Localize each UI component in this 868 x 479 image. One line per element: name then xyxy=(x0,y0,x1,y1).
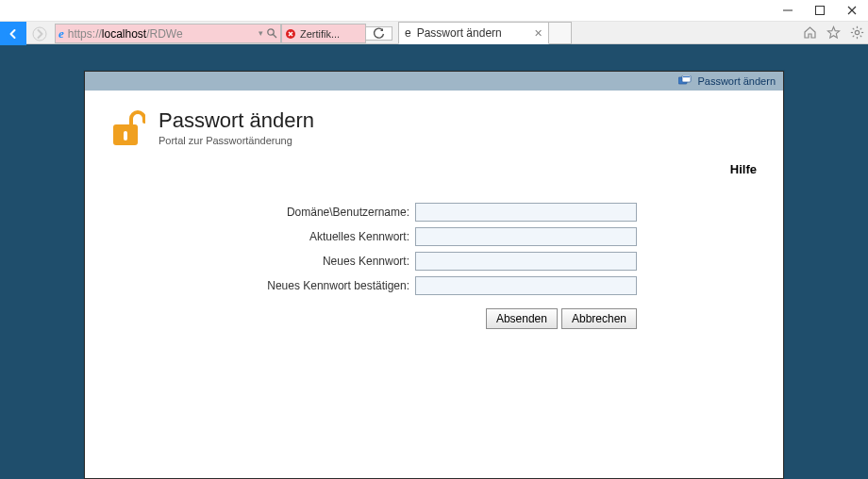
minimize-icon xyxy=(783,6,793,15)
page-title: Passwort ändern xyxy=(159,108,314,133)
form-buttons: Absenden Abbrechen xyxy=(231,308,637,329)
new-tab-button[interactable] xyxy=(549,22,572,44)
window-maximize-button[interactable] xyxy=(804,0,836,21)
input-confirm-password[interactable] xyxy=(415,276,637,295)
url-scheme: https:// xyxy=(68,27,102,41)
url-text: https://localhost/RDWe xyxy=(68,27,183,41)
security-status-box[interactable]: Zertifik... xyxy=(281,24,366,43)
address-bar-group: e https://localhost/RDWe ▾ Zertifik... xyxy=(55,23,392,44)
lock-open-icon xyxy=(108,107,145,147)
search-in-address-icon[interactable] xyxy=(266,27,277,39)
password-form: Domäne\Benutzername: Aktuelles Kennwort:… xyxy=(231,203,637,295)
refresh-icon xyxy=(373,27,385,40)
window-titlebar xyxy=(0,0,868,21)
heading-row: Passwort ändern Portal zur Passwortänder… xyxy=(108,107,760,147)
cert-error-icon xyxy=(285,28,296,40)
arrow-right-icon xyxy=(32,26,47,41)
input-username[interactable] xyxy=(415,203,637,222)
page-background: Passwort ändern Passwort ändern Portal z… xyxy=(0,44,868,479)
dropdown-chevron-icon[interactable]: ▾ xyxy=(259,28,263,38)
row-current-password: Aktuelles Kennwort: xyxy=(231,227,637,246)
svg-rect-18 xyxy=(683,76,690,77)
ie-favicon-icon: e xyxy=(405,26,411,40)
svg-line-13 xyxy=(860,36,862,38)
refresh-button[interactable] xyxy=(366,26,392,41)
row-new-password: Neues Kennwort: xyxy=(231,252,637,271)
arrow-left-icon xyxy=(6,26,21,41)
favorites-star-icon[interactable] xyxy=(826,25,841,40)
input-new-password[interactable] xyxy=(415,252,637,271)
svg-rect-1 xyxy=(816,7,825,15)
home-icon[interactable] xyxy=(803,25,817,40)
svg-line-12 xyxy=(853,28,855,30)
close-icon xyxy=(847,6,857,15)
window-minimize-button[interactable] xyxy=(772,0,804,21)
svg-point-3 xyxy=(33,27,46,41)
input-current-password[interactable] xyxy=(415,227,637,246)
tools-gear-icon[interactable] xyxy=(850,25,864,40)
tab-close-button[interactable]: ✕ xyxy=(534,27,542,40)
panel-header-bar: Passwort ändern xyxy=(85,72,783,91)
browser-tab-active[interactable]: e Passwort ändern ✕ xyxy=(398,22,549,44)
svg-line-14 xyxy=(860,28,862,30)
svg-rect-0 xyxy=(783,10,793,11)
window-close-button[interactable] xyxy=(836,0,868,21)
cert-error-label: Zertifik... xyxy=(300,28,340,40)
svg-point-2 xyxy=(7,26,21,41)
label-new-password: Neues Kennwort: xyxy=(231,255,415,268)
nav-back-button[interactable] xyxy=(0,22,26,45)
label-confirm-password: Neues Kennwort bestätigen: xyxy=(231,279,415,292)
page-subtitle: Portal zur Passwortänderung xyxy=(159,135,314,146)
url-path: /RDWe xyxy=(146,27,182,41)
svg-line-5 xyxy=(274,35,277,39)
label-current-password: Aktuelles Kennwort: xyxy=(231,230,415,243)
svg-point-7 xyxy=(855,30,859,34)
tab-strip: e Passwort ändern ✕ xyxy=(398,22,572,43)
browser-toolbar: e https://localhost/RDWe ▾ Zertifik... e… xyxy=(0,21,868,44)
panel-header-link[interactable]: Passwort ändern xyxy=(697,75,776,87)
url-host: localhost xyxy=(102,27,146,41)
help-link[interactable]: Hilfe xyxy=(108,162,757,176)
row-confirm-password: Neues Kennwort bestätigen: xyxy=(231,276,637,295)
cancel-button[interactable]: Abbrechen xyxy=(561,308,637,329)
svg-rect-20 xyxy=(124,131,127,140)
rdweb-icon xyxy=(678,75,692,87)
toolbar-right-icons xyxy=(803,22,868,43)
main-panel: Passwort ändern Passwort ändern Portal z… xyxy=(84,71,784,479)
svg-point-4 xyxy=(268,29,274,35)
heading-text-group: Passwort ändern Portal zur Passwortänder… xyxy=(159,108,314,146)
svg-line-15 xyxy=(853,36,855,38)
panel-body: Passwort ändern Portal zur Passwortänder… xyxy=(85,91,783,478)
address-bar[interactable]: e https://localhost/RDWe ▾ xyxy=(55,24,281,43)
nav-forward-button[interactable] xyxy=(26,22,53,45)
maximize-icon xyxy=(815,6,825,15)
label-username: Domäne\Benutzername: xyxy=(231,206,415,219)
row-username: Domäne\Benutzername: xyxy=(231,203,637,222)
tab-title: Passwort ändern xyxy=(417,26,502,40)
ie-logo-icon: e xyxy=(58,26,64,41)
browser-viewport: Passwort ändern Passwort ändern Portal z… xyxy=(0,44,868,479)
submit-button[interactable]: Absenden xyxy=(486,308,558,329)
